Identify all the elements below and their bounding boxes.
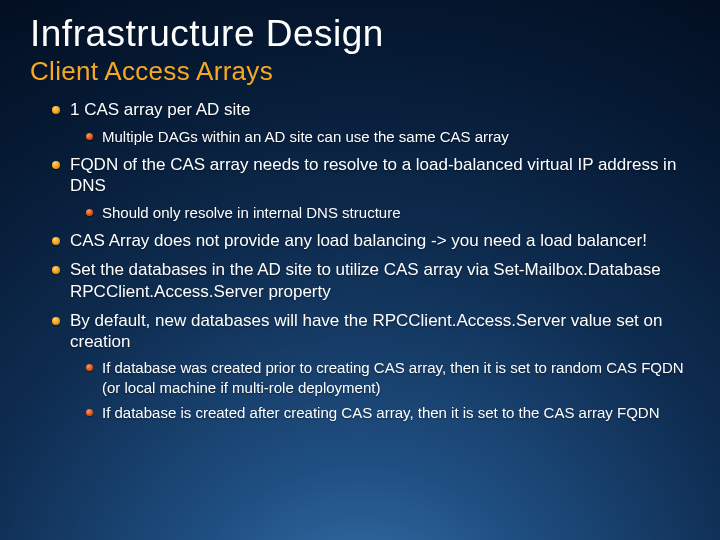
bullet-text: Set the databases in the AD site to util…: [70, 260, 661, 300]
slide-subtitle: Client Access Arrays: [30, 57, 690, 86]
slide-title: Infrastructure Design: [30, 14, 690, 55]
bullet-text: If database is created after creating CA…: [102, 404, 659, 421]
bullet-text: CAS Array does not provide any load bala…: [70, 231, 647, 250]
list-item: Should only resolve in internal DNS stru…: [102, 203, 690, 223]
list-item: If database is created after creating CA…: [102, 403, 690, 423]
bullet-text: FQDN of the CAS array needs to resolve t…: [70, 155, 676, 195]
list-item: FQDN of the CAS array needs to resolve t…: [70, 154, 690, 222]
slide: Infrastructure Design Client Access Arra…: [0, 0, 720, 540]
bullet-list-level2: Should only resolve in internal DNS stru…: [70, 203, 690, 223]
bullet-text: By default, new databases will have the …: [70, 311, 662, 351]
bullet-text: Should only resolve in internal DNS stru…: [102, 204, 400, 221]
bullet-list-level2: Multiple DAGs within an AD site can use …: [70, 127, 690, 147]
list-item: Multiple DAGs within an AD site can use …: [102, 127, 690, 147]
list-item: Set the databases in the AD site to util…: [70, 259, 690, 302]
bullet-text: If database was created prior to creatin…: [102, 359, 684, 396]
list-item: By default, new databases will have the …: [70, 310, 690, 423]
list-item: CAS Array does not provide any load bala…: [70, 230, 690, 251]
bullet-text: 1 CAS array per AD site: [70, 100, 250, 119]
bullet-list-level1: 1 CAS array per AD site Multiple DAGs wi…: [30, 99, 690, 423]
list-item: 1 CAS array per AD site Multiple DAGs wi…: [70, 99, 690, 146]
bullet-text: Multiple DAGs within an AD site can use …: [102, 128, 509, 145]
list-item: If database was created prior to creatin…: [102, 358, 690, 397]
bullet-list-level2: If database was created prior to creatin…: [70, 358, 690, 423]
